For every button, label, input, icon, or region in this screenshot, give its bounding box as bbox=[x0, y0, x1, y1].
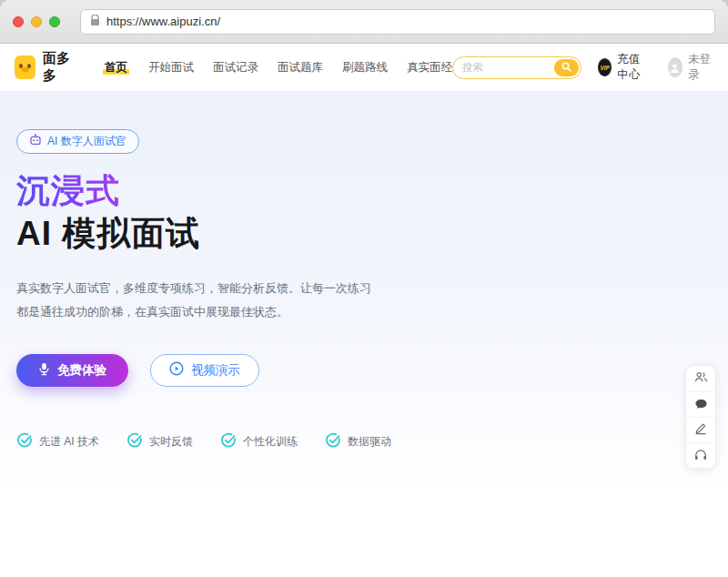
search-button[interactable] bbox=[554, 59, 579, 76]
feature-item: 数据驱动 bbox=[325, 432, 391, 452]
hero-title: 沉浸式 AI 模拟面试 bbox=[16, 170, 712, 255]
browser-window: https://www.aipuzi.cn/ 面多多 首页 开始面试 面试记录 … bbox=[0, 0, 728, 577]
zoom-window-button[interactable] bbox=[49, 16, 60, 27]
feature-label: 数据驱动 bbox=[348, 434, 391, 450]
recharge-label: 充值中心 bbox=[617, 52, 651, 83]
window-controls bbox=[13, 16, 60, 27]
nav-item-real-experience[interactable]: 真实面经 bbox=[407, 60, 452, 76]
feature-item: 个性化训练 bbox=[220, 432, 298, 452]
search-icon bbox=[561, 61, 571, 75]
search-input[interactable] bbox=[462, 62, 554, 73]
users-tool-button[interactable] bbox=[686, 366, 715, 391]
headphones-tool-button[interactable] bbox=[686, 442, 715, 468]
main-menu: 首页 开始面试 面试记录 面试题库 刷题路线 真实面经 bbox=[103, 60, 452, 76]
pencil-icon bbox=[694, 422, 707, 439]
play-icon bbox=[169, 361, 184, 379]
login-label: 未登录 bbox=[688, 52, 713, 83]
video-demo-label: 视频演示 bbox=[191, 362, 240, 379]
check-icon bbox=[220, 432, 237, 452]
hero-title-line2: AI 模拟面试 bbox=[16, 213, 712, 256]
check-icon bbox=[126, 432, 143, 452]
hero-badge: AI 数字人面试官 bbox=[16, 129, 139, 154]
brand-group[interactable]: 面多多 bbox=[15, 50, 79, 85]
nav-item-start-interview[interactable]: 开始面试 bbox=[148, 60, 194, 76]
free-trial-button[interactable]: 免费体验 bbox=[16, 354, 128, 387]
free-trial-label: 免费体验 bbox=[57, 362, 106, 379]
feature-item: 先进 AI 技术 bbox=[16, 432, 99, 452]
headphones-icon bbox=[694, 448, 707, 464]
chat-icon bbox=[694, 397, 708, 413]
nav-item-home[interactable]: 首页 bbox=[103, 60, 129, 76]
recharge-center-link[interactable]: VIP 充值中心 bbox=[598, 52, 652, 83]
nav-item-question-bank[interactable]: 面试题库 bbox=[278, 60, 323, 76]
site-navbar: 面多多 首页 开始面试 面试记录 面试题库 刷题路线 真实面经 bbox=[0, 44, 728, 91]
webpage: 面多多 首页 开始面试 面试记录 面试题库 刷题路线 真实面经 bbox=[0, 44, 728, 577]
mic-icon bbox=[38, 362, 50, 379]
browser-chrome: https://www.aipuzi.cn/ bbox=[0, 0, 728, 44]
brand-name: 面多多 bbox=[43, 50, 79, 85]
feature-item: 实时反馈 bbox=[126, 432, 193, 452]
feature-label: 个性化训练 bbox=[243, 434, 298, 450]
video-demo-button[interactable]: 视频演示 bbox=[150, 354, 259, 387]
cta-row: 免费体验 视频演示 bbox=[16, 354, 712, 387]
feature-list: 先进 AI 技术 实时反馈 个性化训练 bbox=[16, 432, 712, 452]
feature-label: 先进 AI 技术 bbox=[39, 434, 99, 450]
lock-icon bbox=[90, 14, 100, 30]
avatar-person-icon bbox=[668, 57, 682, 77]
chat-tool-button[interactable] bbox=[686, 391, 715, 417]
users-icon bbox=[694, 370, 708, 387]
hero-title-line1: 沉浸式 bbox=[16, 170, 120, 213]
minimize-window-button[interactable] bbox=[31, 16, 42, 27]
site-logo-icon bbox=[15, 56, 35, 79]
nav-item-practice-path[interactable]: 刷题路线 bbox=[342, 60, 388, 76]
url-text: https://www.aipuzi.cn/ bbox=[106, 15, 220, 28]
hero-description: 真实数字人面试官，多维度专项练习，智能分析反馈。让每一次练习都是通往成功的阶梯，… bbox=[16, 277, 377, 323]
vip-badge-icon: VIP bbox=[598, 58, 612, 76]
robot-icon bbox=[29, 134, 42, 150]
nav-item-interview-records[interactable]: 面试记录 bbox=[213, 60, 258, 76]
close-window-button[interactable] bbox=[13, 16, 24, 27]
hero-section: AI 数字人面试官 沉浸式 AI 模拟面试 真实数字人面试官，多维度专项练习，智… bbox=[0, 91, 728, 491]
feature-label: 实时反馈 bbox=[149, 434, 193, 450]
hero-badge-label: AI 数字人面试官 bbox=[47, 134, 126, 149]
navbar-right: VIP 充值中心 未登录 bbox=[452, 52, 713, 83]
pencil-tool-button[interactable] bbox=[686, 417, 715, 442]
search-box bbox=[452, 56, 581, 79]
check-icon bbox=[325, 432, 341, 452]
check-icon bbox=[16, 432, 33, 452]
login-button[interactable]: 未登录 bbox=[668, 52, 713, 83]
floating-toolbar bbox=[685, 365, 716, 469]
address-bar[interactable]: https://www.aipuzi.cn/ bbox=[80, 9, 715, 35]
